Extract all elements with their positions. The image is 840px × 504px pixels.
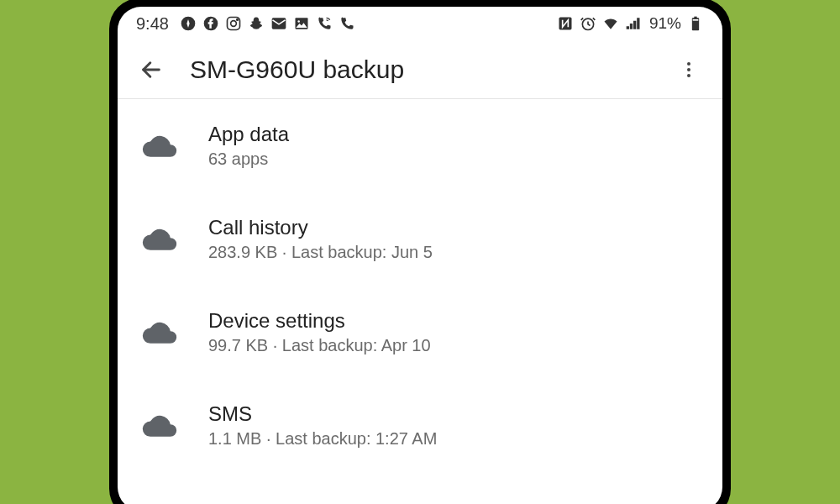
svg-rect-12 (694, 17, 696, 19)
list-item-title: Device settings (208, 309, 431, 333)
cloud-icon (139, 407, 180, 444)
svg-point-16 (687, 68, 690, 71)
svg-point-4 (231, 21, 237, 27)
screen: 9:48 91% SM-G9 (118, 7, 722, 504)
status-left: 9:48 (136, 14, 355, 34)
list-item-device-settings[interactable]: Device settings 99.7 KB · Last backup: A… (118, 286, 722, 379)
app-bar: SM-G960U backup (118, 40, 722, 99)
page-title: SM-G960U backup (190, 55, 650, 84)
svg-point-5 (237, 19, 239, 21)
overflow-menu-button[interactable] (672, 53, 706, 87)
list-item-subtitle: 283.9 KB · Last backup: Jun 5 (208, 243, 433, 262)
list-item-text: Call history 283.9 KB · Last backup: Jun… (208, 216, 433, 262)
list-item-app-data[interactable]: App data 63 apps (118, 99, 722, 192)
nfc-icon (557, 15, 574, 32)
status-bar: 9:48 91% (118, 7, 722, 40)
list-item-title: Call history (208, 216, 433, 239)
phone-icon (339, 15, 355, 32)
mail-icon (270, 15, 287, 32)
cloud-icon (139, 221, 180, 258)
list-item-subtitle: 1.1 MB · Last backup: 1:27 AM (208, 429, 437, 449)
list-item-text: Device settings 99.7 KB · Last backup: A… (208, 309, 431, 355)
snapchat-icon (248, 15, 265, 32)
alarm-icon (580, 15, 596, 32)
device-frame: 9:48 91% SM-G9 (109, 0, 731, 504)
svg-point-15 (687, 62, 690, 66)
back-button[interactable] (134, 53, 168, 87)
backup-list[interactable]: App data 63 apps Call history 283.9 KB ·… (118, 99, 722, 504)
list-item-text: App data 63 apps (208, 123, 289, 169)
list-item-title: SMS (208, 402, 437, 426)
status-right: 91% (557, 14, 704, 33)
svg-rect-13 (693, 19, 699, 21)
list-item-title: App data (208, 123, 289, 146)
status-time: 9:48 (136, 14, 169, 34)
wifi-calling-icon (316, 15, 333, 32)
facebook-icon (202, 15, 219, 32)
cloud-icon (139, 128, 180, 165)
list-item-call-history[interactable]: Call history 283.9 KB · Last backup: Jun… (118, 192, 722, 286)
battery-percent: 91% (649, 14, 681, 33)
compass-icon (180, 15, 197, 32)
svg-point-8 (297, 20, 300, 23)
list-item-sms[interactable]: SMS 1.1 MB · Last backup: 1:27 AM (118, 379, 722, 472)
svg-point-17 (687, 74, 690, 77)
list-item-subtitle: 63 apps (208, 150, 289, 169)
cloud-icon (139, 314, 180, 351)
wifi-icon (602, 15, 619, 32)
battery-icon (687, 15, 704, 32)
list-item-text: SMS 1.1 MB · Last backup: 1:27 AM (208, 402, 437, 449)
list-item-subtitle: 99.7 KB · Last backup: Apr 10 (208, 336, 431, 355)
photo-icon (293, 15, 310, 32)
signal-icon (625, 15, 642, 32)
instagram-icon (225, 15, 242, 32)
